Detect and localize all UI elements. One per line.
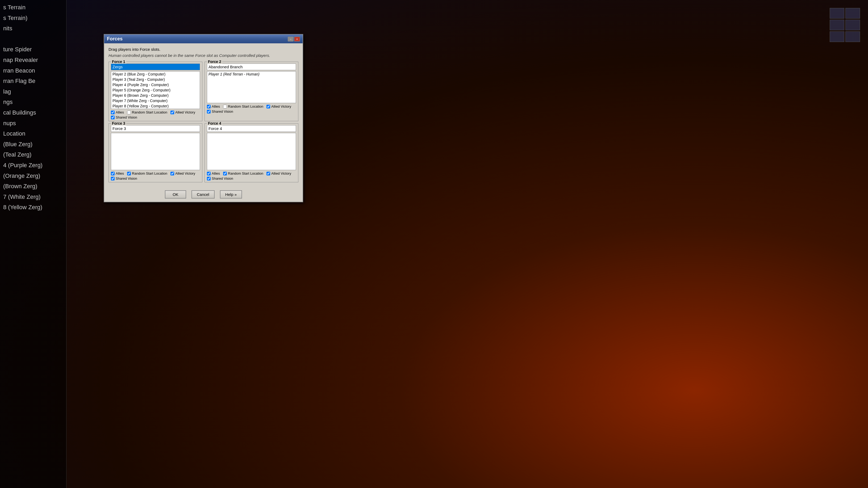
force4-player-list[interactable] [207,133,296,170]
force4-options: Allies Random Start Location Allied Vict… [207,171,296,181]
force3-random-checkbox[interactable] [127,172,131,175]
force1-victory-label: Allied Victory [175,110,195,114]
titlebar-buttons: − × [288,37,300,41]
force4-allies-row: Allies [207,171,220,175]
icon-box-1 [830,8,844,19]
list-item: Player 3 (Teal Zerg - Computer) [111,77,200,82]
list-item: Player 1 (Red Terran - Human) [207,71,296,77]
force3-vision-checkbox[interactable] [111,177,115,181]
force1-vision-label: Shared Vision [116,116,137,119]
force2-name-input[interactable] [207,64,296,70]
sidebar-content: s Terrain s Terrain) nits ture Spider na… [0,0,66,215]
force1-random-label: Random Start Location [132,110,167,114]
force1-victory-row: Allied Victory [170,110,195,114]
list-item: Player 4 (Purple Zerg - Computer) [111,82,200,88]
list-item: Player 6 (Brown Zerg - Computer) [111,93,200,98]
force4-vision-label: Shared Vision [212,176,233,181]
instructions-area: Drag players into Force slots. Human con… [108,46,299,59]
force1-legend: Force 1 [111,60,126,64]
force2-random-label: Random Start Location [228,104,263,108]
force4-random-label: Random Start Location [228,171,263,175]
force3-allies-row: Allies [111,171,124,175]
force3-victory-checkbox[interactable] [170,172,174,175]
list-item: Player 5 (Orange Zerg - Computer) [111,88,200,93]
force3-name-input[interactable] [111,125,200,132]
force2-panel: Force 2 Player 1 (Red Terran - Human) Al… [205,62,299,121]
force4-vision-checkbox[interactable] [207,177,211,181]
force1-vision-row: Shared Vision [111,116,137,119]
force4-name-input[interactable] [207,125,296,132]
dialog-title: Forces [107,36,123,42]
force4-victory-checkbox[interactable] [267,172,270,175]
force2-player-list[interactable]: Player 1 (Red Terran - Human) [207,71,296,103]
minimize-button[interactable]: − [288,37,293,41]
list-item: Player 8 (Yellow Zerg - Computer) [111,103,200,109]
force1-name-input[interactable] [111,64,200,70]
force2-victory-label: Allied Victory [271,104,291,108]
ok-button[interactable]: OK [165,190,186,199]
instruction-line1: Drag players into Force slots. [108,47,160,52]
force1-allies-label: Allies [116,110,124,114]
force2-victory-row: Allied Victory [267,104,291,108]
force3-victory-label: Allied Victory [175,171,195,175]
force1-allies-checkbox[interactable] [111,110,115,114]
force3-panel: Force 3 Allies Random Start Location All… [108,123,203,182]
top-right-icons [830,8,860,42]
force2-options: Allies Random Start Location Allied Vict… [207,104,296,113]
forces-dialog: Forces − × Drag players into Force slots… [104,34,303,202]
force3-vision-row: Shared Vision [111,176,137,181]
instruction-line2: Human controlled players cannot be in th… [108,53,270,58]
dialog-titlebar: Forces − × [104,35,303,43]
force3-random-label: Random Start Location [132,171,167,175]
forces-grid: Force 1 Player 2 (Blue Zerg - Computer) … [108,62,299,182]
force3-random-row: Random Start Location [127,171,167,175]
force4-victory-row: Allied Victory [267,171,291,175]
force3-allies-label: Allies [116,171,124,175]
force3-allies-checkbox[interactable] [111,172,115,175]
icon-box-5 [830,31,844,42]
force2-vision-row: Shared Vision [207,109,233,113]
force1-victory-checkbox[interactable] [170,110,174,114]
force1-allies-row: Allies [111,110,124,114]
icon-box-2 [845,8,860,19]
force3-vision-label: Shared Vision [116,176,137,181]
force2-allies-label: Allies [212,104,220,108]
force4-vision-row: Shared Vision [207,176,233,181]
dialog-content: Drag players into Force slots. Human con… [104,43,303,188]
force4-random-checkbox[interactable] [223,172,227,175]
icon-box-3 [830,20,844,30]
force2-vision-checkbox[interactable] [207,110,211,113]
list-item: Player 7 (White Zerg - Computer) [111,98,200,103]
help-button[interactable]: Help » [220,190,242,199]
force3-victory-row: Allied Victory [170,171,195,175]
force2-legend: Force 2 [207,60,222,64]
force3-options: Allies Random Start Location Allied Vict… [111,171,200,181]
force1-options: Allies Random Start Location Allied Vict… [111,110,200,119]
force1-random-checkbox[interactable] [127,110,131,114]
force4-allies-checkbox[interactable] [207,172,211,175]
force1-vision-checkbox[interactable] [111,116,115,119]
force4-legend: Force 4 [207,121,222,126]
force2-random-row: Random Start Location [223,104,263,108]
force4-panel: Force 4 Allies Random Start Location All… [205,123,299,182]
list-item: Player 2 (Blue Zerg - Computer) [111,71,200,77]
force4-victory-label: Allied Victory [271,171,291,175]
force2-random-checkbox[interactable] [223,105,227,108]
force2-allies-checkbox[interactable] [207,105,211,108]
force2-victory-checkbox[interactable] [267,105,270,108]
force1-random-row: Random Start Location [127,110,167,114]
force2-allies-row: Allies [207,104,220,108]
force4-allies-label: Allies [212,171,220,175]
sidebar-panel: s Terrain s Terrain) nits ture Spider na… [0,0,66,488]
force3-player-list[interactable] [111,133,200,170]
force3-legend: Force 3 [111,121,126,126]
dialog-buttons: OK Cancel Help » [104,188,303,202]
force1-panel: Force 1 Player 2 (Blue Zerg - Computer) … [108,62,203,121]
force2-vision-label: Shared Vision [212,109,233,113]
force4-random-row: Random Start Location [223,171,263,175]
close-button[interactable]: × [294,37,300,41]
icon-box-4 [845,20,860,30]
icon-box-6 [845,31,860,42]
force1-player-list[interactable]: Player 2 (Blue Zerg - Computer) Player 3… [111,71,200,109]
cancel-button[interactable]: Cancel [191,190,215,199]
